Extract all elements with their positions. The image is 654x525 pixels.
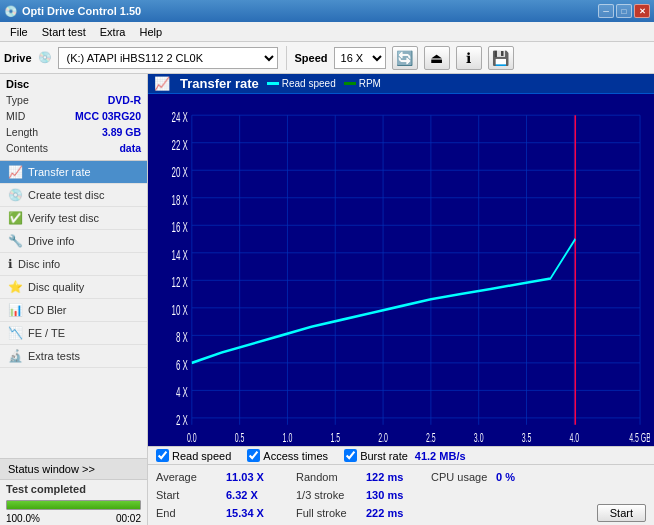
close-button[interactable]: ✕ bbox=[634, 4, 650, 18]
drive-icon: 💿 bbox=[38, 51, 52, 64]
end-value: 15.34 X bbox=[226, 504, 264, 522]
access-times-checkbox[interactable] bbox=[247, 449, 260, 462]
nav-disc-info-label: Disc info bbox=[18, 258, 60, 270]
app-icon: 💿 bbox=[4, 5, 18, 18]
elapsed-time: 00:02 bbox=[116, 513, 141, 524]
title-bar-controls: ─ □ ✕ bbox=[598, 4, 650, 18]
svg-text:24 X: 24 X bbox=[171, 110, 188, 125]
svg-text:2.5: 2.5 bbox=[426, 431, 436, 442]
checkboxes-row: Read speed Access times Burst rate 41.2 … bbox=[148, 446, 654, 465]
eject-button[interactable]: ⏏ bbox=[424, 46, 450, 70]
disc-info-icon: ℹ bbox=[8, 257, 13, 271]
nav-verify-test-disc[interactable]: ✅ Verify test disc bbox=[0, 207, 147, 230]
disc-quality-icon: ⭐ bbox=[8, 280, 23, 294]
svg-text:12 X: 12 X bbox=[171, 275, 188, 290]
nav-cd-bler-label: CD Bler bbox=[28, 304, 67, 316]
legend-read-speed-color bbox=[267, 82, 279, 85]
access-times-checkbox-item[interactable]: Access times bbox=[247, 449, 328, 462]
disc-type-row: Type DVD-R bbox=[6, 92, 141, 108]
nav-disc-quality[interactable]: ⭐ Disc quality bbox=[0, 276, 147, 299]
sidebar-nav: 📈 Transfer rate 💿 Create test disc ✅ Ver… bbox=[0, 161, 147, 458]
menu-extra[interactable]: Extra bbox=[94, 25, 132, 39]
menu-help[interactable]: Help bbox=[133, 25, 168, 39]
disc-mid-row: MID MCC 03RG20 bbox=[6, 108, 141, 124]
svg-text:16 X: 16 X bbox=[171, 220, 188, 235]
progress-percent: 100.0% bbox=[6, 513, 40, 524]
content-area: 📈 Transfer rate Read speed RPM bbox=[148, 74, 654, 525]
progress-bar-fill bbox=[7, 501, 140, 509]
svg-text:3.5: 3.5 bbox=[522, 431, 532, 442]
svg-text:14 X: 14 X bbox=[171, 247, 188, 262]
disc-section-title: Disc bbox=[6, 78, 141, 90]
contents-value: data bbox=[119, 140, 141, 156]
svg-text:1.0: 1.0 bbox=[283, 431, 293, 442]
app-title: Opti Drive Control 1.50 bbox=[22, 5, 141, 17]
save-button[interactable]: 💾 bbox=[488, 46, 514, 70]
nav-create-test-disc-label: Create test disc bbox=[28, 189, 104, 201]
extra-tests-icon: 🔬 bbox=[8, 349, 23, 363]
random-value: 122 ms bbox=[366, 468, 403, 486]
speed-label: Speed bbox=[295, 52, 328, 64]
status-window-label: Status window >> bbox=[8, 463, 95, 475]
mid-label: MID bbox=[6, 108, 25, 124]
mid-value: MCC 03RG20 bbox=[75, 108, 141, 124]
legend-rpm-color bbox=[344, 82, 356, 85]
time-row: 100.0% 00:02 bbox=[0, 512, 147, 525]
speed-select[interactable]: 16 X Max 2 X 4 X 8 X 24 X bbox=[334, 47, 386, 69]
nav-cd-bler[interactable]: 📊 CD Bler bbox=[0, 299, 147, 322]
menu-start-test[interactable]: Start test bbox=[36, 25, 92, 39]
fe-te-icon: 📉 bbox=[8, 326, 23, 340]
legend-rpm-label: RPM bbox=[359, 78, 381, 89]
sidebar-bottom: Status window >> Test completed 100.0% 0… bbox=[0, 458, 147, 525]
nav-create-test-disc[interactable]: 💿 Create test disc bbox=[0, 184, 147, 207]
random-label: Random bbox=[296, 468, 338, 486]
nav-fe-te-label: FE / TE bbox=[28, 327, 65, 339]
menu-file[interactable]: File bbox=[4, 25, 34, 39]
cpu-label: CPU usage bbox=[431, 468, 487, 486]
nav-fe-te[interactable]: 📉 FE / TE bbox=[0, 322, 147, 345]
svg-text:8 X: 8 X bbox=[176, 330, 188, 345]
burst-rate-checkbox-item[interactable]: Burst rate 41.2 MB/s bbox=[344, 449, 465, 462]
legend-read-speed: Read speed bbox=[267, 78, 336, 89]
drive-select[interactable]: (K:) ATAPI iHBS112 2 CL0K bbox=[58, 47, 278, 69]
start-button[interactable]: Start bbox=[597, 504, 646, 522]
chart-svg: 24 X 22 X 20 X 18 X 16 X 14 X 12 X 10 X … bbox=[152, 98, 650, 442]
minimize-button[interactable]: ─ bbox=[598, 4, 614, 18]
svg-text:22 X: 22 X bbox=[171, 137, 188, 152]
chart-area: 24 X 22 X 20 X 18 X 16 X 14 X 12 X 10 X … bbox=[148, 94, 654, 446]
maximize-button[interactable]: □ bbox=[616, 4, 632, 18]
sidebar: Disc Type DVD-R MID MCC 03RG20 Length 3.… bbox=[0, 74, 148, 525]
status-window-button[interactable]: Status window >> bbox=[0, 459, 147, 480]
nav-disc-info[interactable]: ℹ Disc info bbox=[0, 253, 147, 276]
nav-transfer-rate[interactable]: 📈 Transfer rate bbox=[0, 161, 147, 184]
nav-extra-tests-label: Extra tests bbox=[28, 350, 80, 362]
read-speed-checkbox-label: Read speed bbox=[172, 450, 231, 462]
stat-col-values-2: 122 ms 130 ms 222 ms bbox=[366, 468, 431, 522]
main-layout: Disc Type DVD-R MID MCC 03RG20 Length 3.… bbox=[0, 74, 654, 525]
nav-drive-info-label: Drive info bbox=[28, 235, 74, 247]
info-button[interactable]: ℹ bbox=[456, 46, 482, 70]
drive-info-icon: 🔧 bbox=[8, 234, 23, 248]
end-label: End bbox=[156, 504, 176, 522]
separator bbox=[286, 46, 287, 70]
stroke-1-3-label: 1/3 stroke bbox=[296, 486, 344, 504]
svg-text:0.0: 0.0 bbox=[187, 431, 197, 442]
svg-text:4 X: 4 X bbox=[176, 385, 188, 400]
nav-extra-tests[interactable]: 🔬 Extra tests bbox=[0, 345, 147, 368]
burst-rate-checkbox[interactable] bbox=[344, 449, 357, 462]
full-stroke-value: 222 ms bbox=[366, 504, 403, 522]
burst-rate-checkbox-label: Burst rate bbox=[360, 450, 408, 462]
refresh-button[interactable]: 🔄 bbox=[392, 46, 418, 70]
legend-read-speed-label: Read speed bbox=[282, 78, 336, 89]
read-speed-checkbox[interactable] bbox=[156, 449, 169, 462]
svg-text:10 X: 10 X bbox=[171, 302, 188, 317]
nav-verify-test-disc-label: Verify test disc bbox=[28, 212, 99, 224]
test-completed-label: Test completed bbox=[0, 480, 147, 498]
chart-title: Transfer rate bbox=[180, 76, 259, 91]
nav-drive-info[interactable]: 🔧 Drive info bbox=[0, 230, 147, 253]
disc-length-row: Length 3.89 GB bbox=[6, 124, 141, 140]
progress-bar-container bbox=[6, 500, 141, 510]
burst-rate-value: 41.2 MB/s bbox=[415, 450, 466, 462]
read-speed-checkbox-item[interactable]: Read speed bbox=[156, 449, 231, 462]
cd-bler-icon: 📊 bbox=[8, 303, 23, 317]
